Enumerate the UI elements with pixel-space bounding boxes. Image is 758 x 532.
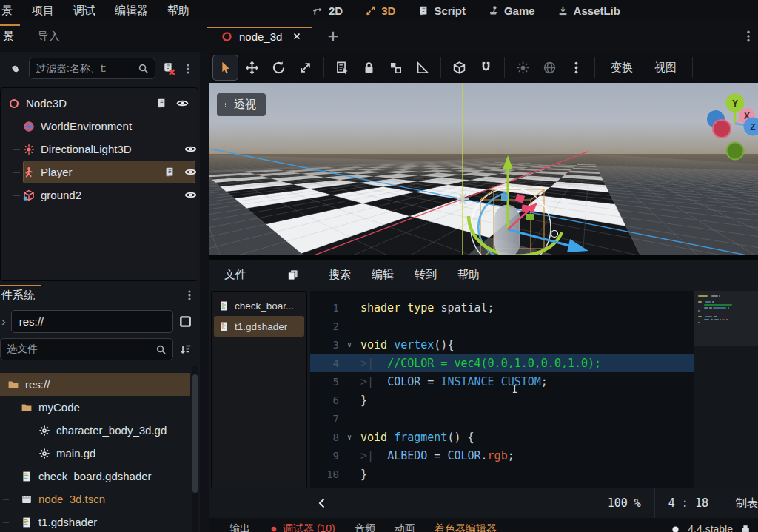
shader-menu-0[interactable]: 文件 [214,268,257,282]
shader-file-t1.gdshader[interactable]: t1.gdshader [214,316,304,337]
transform-menu[interactable]: 变换 [601,61,643,75]
file-item-main.gd[interactable]: main.gd [0,442,190,465]
file-filter-input[interactable]: 选文件 [0,338,173,360]
menu-item-4[interactable]: 帮助 [158,4,199,18]
tree-node-WorldEnvironment[interactable]: WorldEnvironment [23,115,195,138]
workspace-script[interactable]: Script [417,4,466,17]
path-input[interactable]: res:// [11,310,173,333]
dock-tab-1[interactable]: 导入 [26,21,72,52]
scrollbar-thumb[interactable] [192,374,198,493]
eye-icon[interactable] [184,189,197,201]
group-icon[interactable] [383,55,408,80]
scene-filter-input[interactable]: 过滤器:名称、t: [29,58,155,79]
viewport-3d[interactable]: XYZ 透视 [209,83,758,260]
file-item-character_body_3d.gd[interactable]: character_body_3d.gd [0,419,190,442]
environment-toggle-icon[interactable] [537,55,562,80]
chevron-right-icon[interactable]: › [1,314,6,329]
close-icon[interactable] [292,31,302,41]
bottom-tab-1[interactable]: 调试器 (10) [260,522,345,532]
tree-node-ground2[interactable]: ground2 [23,183,195,206]
shader-menu-4[interactable]: 帮助 [447,268,490,282]
shader-menu-2[interactable]: 编辑 [361,268,404,282]
code-minimap[interactable] [694,291,758,488]
menu-item-1[interactable]: 项目 [22,4,64,18]
code-line-9[interactable]: 9>| ALBEDO = COLOR.rgb; [310,446,758,465]
scale-tool[interactable] [293,55,318,80]
tree-node-Player[interactable]: Player [23,161,195,183]
rotate-tool[interactable] [266,55,291,80]
ruler-icon[interactable] [410,55,435,80]
file-item-t1.gdshader[interactable]: t1.gdshader [0,511,190,532]
tree-node-DirectionalLight3D[interactable]: DirectionalLight3D [23,138,195,161]
file-item-node_3d.tscn[interactable]: node_3d.tscn [0,488,190,511]
move-tool[interactable] [240,55,264,80]
snap-icon[interactable] [447,55,472,80]
viewport-dots-icon[interactable] [564,55,588,80]
sun-icon [23,144,35,155]
list-select-tool[interactable] [330,55,355,80]
link-icon[interactable] [9,62,22,75]
bottom-tab-2[interactable]: 音频 [345,522,385,532]
code-line-8[interactable]: 8∨void fragment() { [310,428,758,446]
menu-item-0[interactable]: 景 [0,4,22,18]
code-line-3[interactable]: 3∨void vertex(){ [310,335,758,354]
code-line-2[interactable]: 2 [310,317,758,335]
code-line-5[interactable]: 5>| COLOR = INSTANCE_CUSTOM; [310,372,758,391]
version-area: 4.4.stable [671,523,758,532]
shader-menu-1[interactable]: 搜索 [318,268,361,282]
script-icon[interactable] [164,166,175,178]
split-mode-icon[interactable] [178,314,192,329]
bottom-tab-3[interactable]: 动画 [385,522,425,532]
script-icon[interactable] [155,98,167,109]
sort-icon[interactable] [179,343,192,356]
perspective-button[interactable]: 透视 [217,93,266,116]
view-menu[interactable]: 视图 [645,61,686,75]
scene-tab-node3d[interactable]: node_3d [209,21,312,52]
tree-node-Node3D[interactable]: Node3D [8,92,195,115]
dock-tab-0[interactable]: 景 [0,21,26,52]
file-item-check_board.gdshader[interactable]: check_board.gdshader [0,465,190,488]
menu-item-2[interactable]: 调试 [64,4,105,18]
globe-icon [23,121,35,132]
filesystem-dots-icon[interactable] [184,289,195,302]
shader-menu-3[interactable]: 转到 [404,268,447,282]
menu-item-3[interactable]: 编辑器 [105,4,158,18]
workspace-2d[interactable]: 2D [312,4,343,17]
file-item-res[interactable]: res:// [0,373,190,396]
filesystem-filter-row: 选文件 [0,335,200,363]
tab-filesystem[interactable]: 件系统 [0,283,42,308]
code-editor[interactable]: 1shader_type spatial;23∨void vertex(){4>… [310,291,758,488]
fold-arrow-icon[interactable]: ∨ [347,433,360,441]
workspace-3d[interactable]: 3D [365,4,395,17]
zoom-level[interactable]: 100 % [594,488,654,518]
code-line-10[interactable]: 10} [310,465,758,483]
sun-toggle-icon[interactable] [511,55,535,80]
code-line-1[interactable]: 1shader_type spatial; [310,298,758,317]
select-tool[interactable] [213,55,238,80]
code-line-4[interactable]: 4>| //COLOR = vec4(0.0,1.0,0.0,1.0); [310,354,758,372]
code-line-7[interactable]: 7 [310,409,758,428]
shader-file-check_boar...[interactable]: check_boar... [214,295,304,316]
detach-script-icon[interactable] [162,62,175,75]
eye-icon[interactable] [184,166,197,178]
copy-icon[interactable] [286,269,299,281]
file-item-myCode[interactable]: myCode [0,396,190,419]
viewport-bottom-edge [209,255,758,260]
eye-icon[interactable] [176,97,189,110]
lock-icon[interactable] [357,55,381,80]
magnet-icon[interactable] [474,55,498,80]
eye-icon[interactable] [184,143,197,155]
bottom-tab-4[interactable]: 着色器编辑器 [425,522,506,532]
feedback-icon[interactable] [740,524,751,532]
scene-tree-dots-icon[interactable] [182,62,194,75]
workspace-assetlib[interactable]: AssetLib [557,4,620,17]
indent-mode[interactable]: 制表 [722,488,758,518]
workspace-game[interactable]: Game [488,4,535,17]
collapse-files-icon[interactable] [316,497,328,509]
dock-menu-dots-icon[interactable] [742,29,755,44]
filesystem-scrollbar[interactable] [192,366,198,532]
add-scene-tab-button[interactable] [326,29,341,44]
fold-arrow-icon[interactable]: ∨ [347,340,360,349]
code-line-6[interactable]: 6} [310,391,758,409]
bottom-tab-0[interactable]: 输出 [220,522,260,532]
